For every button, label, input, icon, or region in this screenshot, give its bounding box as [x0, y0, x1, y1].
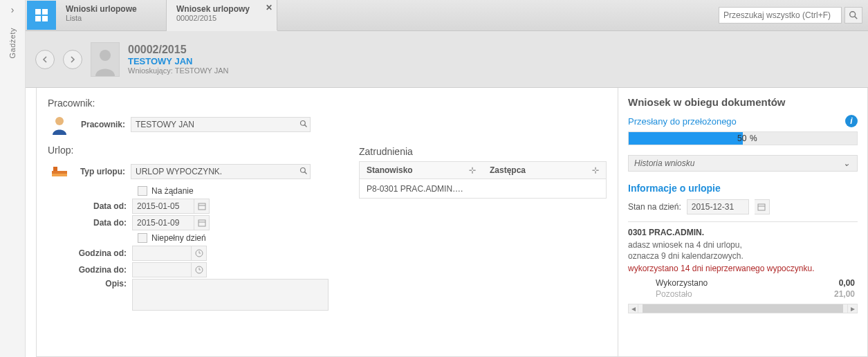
scroll-left-icon[interactable]: ◂	[629, 304, 638, 313]
calendar-icon[interactable]	[755, 199, 770, 214]
lookup-icon[interactable]	[299, 120, 308, 130]
info-icon[interactable]: i	[845, 115, 858, 127]
rail-expand-icon[interactable]: ›	[0, 0, 25, 22]
tab-sub: Lista	[66, 14, 156, 22]
svg-point-7	[55, 117, 64, 125]
form-right: Zatrudnienia Stanowisko ⊹ Zastępca ⊹ P8-…	[359, 98, 607, 347]
leave-alert: wykorzystano 14 dni nieprzerwanego wypoc…	[628, 264, 858, 273]
date-to-label: Data do:	[48, 218, 132, 228]
partial-day-label: Niepełny dzień	[151, 233, 206, 243]
section-leave: Urlop:	[48, 145, 345, 156]
gadgets-rail: › Gadżety	[0, 0, 26, 357]
leave-note-2: oznacza 9 dni kalendarzowych.	[628, 251, 858, 261]
lookup-icon[interactable]	[299, 167, 308, 177]
svg-point-13	[301, 167, 306, 172]
workflow-status: Przesłany do przełożonego	[628, 116, 737, 127]
progress-symbol: %	[750, 132, 757, 145]
top-bar: Wnioski urlopowe Lista Wniosek urlopowy …	[26, 0, 868, 31]
date-to-field[interactable]	[132, 215, 194, 230]
svg-line-5	[855, 17, 858, 19]
svg-rect-11	[52, 174, 67, 176]
document-number: 00002/2015	[128, 44, 228, 56]
asof-label: Stan na dzień:	[628, 202, 681, 212]
hour-from-field[interactable]	[132, 246, 192, 261]
leave-type-field[interactable]	[131, 164, 311, 179]
tab-title: Wniosek urlopowy	[176, 4, 267, 14]
search-input[interactable]	[719, 7, 842, 24]
close-icon[interactable]: ✕	[266, 3, 273, 12]
tab-list[interactable]: Wnioski urlopowe Lista	[56, 0, 167, 30]
history-toggle[interactable]: Historia wniosku ⌄	[628, 155, 858, 172]
used-value: 0,00	[839, 278, 855, 288]
used-label: Wykorzystano	[656, 278, 708, 288]
next-record-button[interactable]	[63, 50, 82, 69]
workflow-title: Wniosek w obiegu dokumentów	[628, 96, 858, 108]
svg-point-4	[850, 12, 856, 17]
leave-stats: Wykorzystano 0,00 Pozostało 21,00	[628, 277, 858, 300]
on-demand-checkbox[interactable]	[138, 186, 147, 196]
col-position[interactable]: Stanowisko ⊹	[360, 165, 483, 175]
on-demand-label: Na żądanie	[151, 186, 194, 196]
content: Pracownik: Pracownik: Urlop: Typ u	[36, 88, 868, 357]
chevron-down-icon[interactable]: ⌄	[843, 158, 851, 168]
calendar-icon[interactable]	[194, 199, 210, 214]
prev-record-button[interactable]	[35, 50, 55, 69]
employee-field[interactable]	[131, 117, 311, 132]
svg-rect-21	[758, 204, 765, 210]
svg-rect-12	[53, 167, 57, 171]
svg-rect-3	[42, 16, 48, 21]
search-button[interactable]	[844, 7, 862, 24]
document-requester: Wnioskujący: TESTOWY JAN	[128, 66, 228, 75]
svg-rect-10	[52, 171, 67, 174]
date-from-field[interactable]	[132, 199, 194, 214]
leave-type-icon	[48, 160, 71, 183]
svg-rect-1	[42, 9, 48, 15]
document-employee[interactable]: TESTOWY JAN	[128, 56, 228, 66]
remaining-label: Pozostało	[656, 289, 692, 299]
home-button[interactable]	[27, 1, 56, 30]
partial-day-checkbox[interactable]	[138, 233, 147, 243]
horizontal-scrollbar[interactable]: ◂ ▸	[628, 304, 858, 313]
svg-rect-17	[198, 220, 205, 226]
leave-type-label: Typ urlopu:	[71, 167, 131, 176]
leave-note-1: adasz wniosek na 4 dni urlopu,	[628, 240, 858, 250]
svg-rect-2	[35, 16, 41, 21]
employee-label: Pracownik:	[71, 120, 131, 129]
col-substitute[interactable]: Zastępca ⊹	[483, 165, 606, 175]
progress-fill	[629, 132, 743, 145]
requester-label: Wnioskujący:	[128, 66, 173, 75]
svg-point-6	[100, 50, 111, 61]
employee-icon	[48, 113, 71, 136]
global-search	[713, 0, 868, 30]
avatar	[91, 42, 120, 77]
document-titles: 00002/2015 TESTOWY JAN Wnioskujący: TEST…	[128, 44, 228, 75]
asof-field[interactable]	[687, 199, 749, 214]
pin-icon[interactable]: ⊹	[469, 165, 476, 175]
form-left: Pracownik: Pracownik: Urlop: Typ u	[48, 98, 345, 347]
position-heading: 0301 PRAC.ADMIN.	[628, 228, 858, 237]
progress-percent: 50	[737, 132, 746, 145]
svg-point-8	[301, 120, 306, 125]
pin-icon[interactable]: ⊹	[592, 165, 599, 175]
clock-icon[interactable]	[192, 246, 207, 261]
cell-position: P8-0301 PRAC.ADMIN….	[360, 184, 483, 194]
svg-line-9	[305, 125, 307, 127]
date-from-label: Data od:	[48, 201, 132, 211]
calendar-icon[interactable]	[194, 215, 210, 230]
description-field[interactable]	[132, 279, 329, 311]
section-employment: Zatrudnienia	[359, 146, 607, 157]
description-label: Opis:	[48, 279, 132, 289]
section-employee: Pracownik:	[48, 98, 345, 109]
clock-icon[interactable]	[192, 262, 207, 277]
hour-to-label: Godzina do:	[48, 265, 132, 275]
scroll-thumb[interactable]	[643, 304, 843, 313]
tab-current[interactable]: Wniosek urlopowy 00002/2015 ✕	[167, 0, 277, 30]
side-panel: Wniosek w obiegu dokumentów Przesłany do…	[618, 88, 868, 357]
hour-from-label: Godzina od:	[48, 248, 132, 258]
table-row[interactable]: P8-0301 PRAC.ADMIN….	[359, 179, 607, 199]
rail-label: Gadżety	[8, 28, 17, 58]
scroll-right-icon[interactable]: ▸	[847, 304, 857, 313]
hour-to-field[interactable]	[132, 262, 192, 277]
svg-rect-0	[35, 9, 41, 15]
remaining-value: 21,00	[834, 289, 855, 299]
